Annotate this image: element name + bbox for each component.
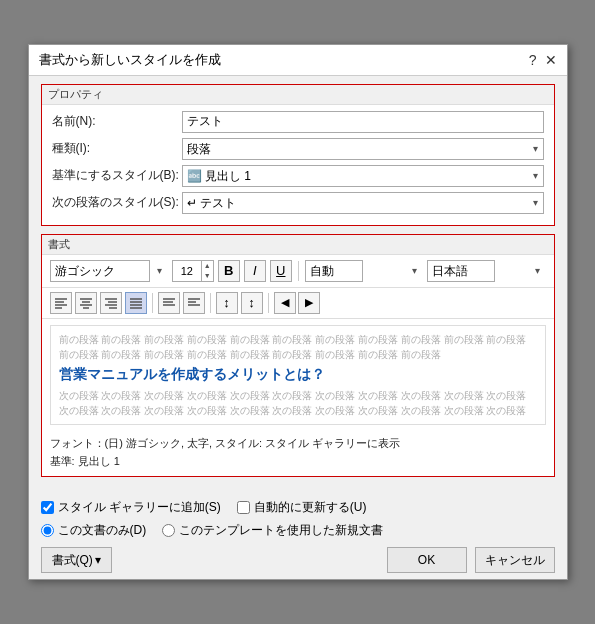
separator-2	[152, 293, 153, 313]
title-bar: 書式から新しいスタイルを作成 ? ✕	[29, 45, 567, 76]
para-spacing-btn[interactable]: ↕	[241, 292, 263, 314]
base-style-select-wrapper: 🔤 見出し 1	[182, 165, 544, 187]
separator-1	[298, 261, 299, 281]
close-icon[interactable]: ✕	[545, 52, 557, 68]
doc-only-radio-text: この文書のみ(D)	[58, 522, 147, 539]
separator-4	[268, 293, 269, 313]
desc-line1: フォント：(日) 游ゴシック, 太字, スタイル: スタイル ギャラリーに表示	[50, 435, 546, 453]
gallery-checkbox[interactable]	[41, 501, 54, 514]
align-center-btn[interactable]	[75, 292, 97, 314]
preview-area: 前の段落 前の段落 前の段落 前の段落 前の段落 前の段落 前の段落 前の段落 …	[50, 325, 546, 425]
color-select[interactable]: 自動	[305, 260, 363, 282]
lang-select-wrapper: 日本語	[427, 260, 545, 282]
name-label: 名前(N):	[52, 113, 182, 130]
properties-label: プロパティ	[42, 85, 554, 105]
create-style-dialog: 書式から新しいスタイルを作成 ? ✕ プロパティ 名前(N): 種類(I): 段…	[28, 44, 568, 580]
title-bar-icons: ? ✕	[529, 52, 557, 68]
format-btn-label: 書式(Q)	[52, 552, 93, 569]
base-style-select[interactable]: 🔤 見出し 1	[182, 165, 544, 187]
align-right-btn[interactable]	[100, 292, 122, 314]
size-up-btn[interactable]: ▲	[202, 261, 213, 271]
size-input[interactable]	[173, 261, 201, 281]
next-style-select-wrapper: ↵ テスト	[182, 192, 544, 214]
font-toolbar: 游ゴシック ▲ ▼ B I U 自動	[42, 255, 554, 288]
italic-button[interactable]: I	[244, 260, 266, 282]
doc-only-radio-label[interactable]: この文書のみ(D)	[41, 522, 147, 539]
indent-group: ◀ ▶	[274, 292, 320, 314]
template-radio[interactable]	[162, 524, 175, 537]
radio-row: この文書のみ(D) このテンプレートを使用した新規文書	[41, 522, 555, 539]
format-menu-button[interactable]: 書式(Q) ▾	[41, 547, 112, 573]
preview-after-text: 次の段落 次の段落 次の段落 次の段落 次の段落 次の段落 次の段落 次の段落 …	[59, 388, 537, 418]
separator-3	[210, 293, 211, 313]
align-justify-btn[interactable]	[125, 292, 147, 314]
bottom-section: スタイル ギャラリーに追加(S) 自動的に更新する(U) この文書のみ(D) こ…	[29, 493, 567, 579]
base-style-label: 基準にするスタイル(B):	[52, 167, 182, 184]
name-row: 名前(N):	[52, 111, 544, 133]
checkbox-row: スタイル ギャラリーに追加(S) 自動的に更新する(U)	[41, 499, 555, 516]
ok-button[interactable]: OK	[387, 547, 467, 573]
gallery-checkbox-label[interactable]: スタイル ギャラリーに追加(S)	[41, 499, 221, 516]
ok-cancel-group: OK キャンセル	[387, 547, 555, 573]
size-buttons: ▲ ▼	[201, 261, 213, 281]
template-radio-text: このテンプレートを使用した新規文書	[179, 522, 383, 539]
auto-update-checkbox-label[interactable]: 自動的に更新する(U)	[237, 499, 367, 516]
preview-before-text: 前の段落 前の段落 前の段落 前の段落 前の段落 前の段落 前の段落 前の段落 …	[59, 332, 537, 362]
next-style-select[interactable]: ↵ テスト	[182, 192, 544, 214]
font-select-wrapper: 游ゴシック	[50, 260, 168, 282]
format-btn-arrow: ▾	[95, 553, 101, 567]
type-label: 種類(I):	[52, 140, 182, 157]
bold-button[interactable]: B	[218, 260, 240, 282]
cancel-button[interactable]: キャンセル	[475, 547, 555, 573]
button-row: 書式(Q) ▾ OK キャンセル	[41, 547, 555, 573]
template-radio-label[interactable]: このテンプレートを使用した新規文書	[162, 522, 383, 539]
indent-decrease-btn[interactable]: ◀	[274, 292, 296, 314]
size-wrapper: ▲ ▼	[172, 260, 214, 282]
preview-main-text: 営業マニュアルを作成するメリットとは？	[59, 366, 537, 384]
size-down-btn[interactable]: ▼	[202, 271, 213, 281]
base-style-row: 基準にするスタイル(B): 🔤 見出し 1	[52, 165, 544, 187]
line-spacing-btn[interactable]: ↕	[216, 292, 238, 314]
desc-line2: 基準: 見出し 1	[50, 453, 546, 471]
align-left2-btn[interactable]	[158, 292, 180, 314]
underline-button[interactable]: U	[270, 260, 292, 282]
gallery-checkbox-text: スタイル ギャラリーに追加(S)	[58, 499, 221, 516]
align-toolbar: ↕ ↕ ◀ ▶	[42, 288, 554, 319]
doc-only-radio[interactable]	[41, 524, 54, 537]
align-left-btn[interactable]	[50, 292, 72, 314]
indent-increase-btn[interactable]: ▶	[298, 292, 320, 314]
help-icon[interactable]: ?	[529, 52, 537, 68]
properties-content: 名前(N): 種類(I): 段落 基準にするスタイル(B): 🔤	[42, 105, 554, 225]
name-input[interactable]	[182, 111, 544, 133]
dialog-title: 書式から新しいスタイルを作成	[39, 51, 221, 69]
type-select-wrapper: 段落	[182, 138, 544, 160]
format-description: フォント：(日) 游ゴシック, 太字, スタイル: スタイル ギャラリーに表示 …	[42, 431, 554, 476]
dialog-body: プロパティ 名前(N): 種類(I): 段落 基準にするスタイル(B):	[29, 76, 567, 493]
color-select-wrapper: 自動	[305, 260, 423, 282]
lang-select[interactable]: 日本語	[427, 260, 495, 282]
properties-section: プロパティ 名前(N): 種類(I): 段落 基準にするスタイル(B):	[41, 84, 555, 226]
next-style-row: 次の段落のスタイル(S): ↵ テスト	[52, 192, 544, 214]
type-select[interactable]: 段落	[182, 138, 544, 160]
format-label: 書式	[42, 235, 554, 255]
auto-update-checkbox[interactable]	[237, 501, 250, 514]
align-center2-btn[interactable]	[183, 292, 205, 314]
format-section: 書式 游ゴシック ▲ ▼ B I U	[41, 234, 555, 477]
font-select[interactable]: 游ゴシック	[50, 260, 150, 282]
auto-update-checkbox-text: 自動的に更新する(U)	[254, 499, 367, 516]
next-style-label: 次の段落のスタイル(S):	[52, 194, 182, 211]
type-row: 種類(I): 段落	[52, 138, 544, 160]
